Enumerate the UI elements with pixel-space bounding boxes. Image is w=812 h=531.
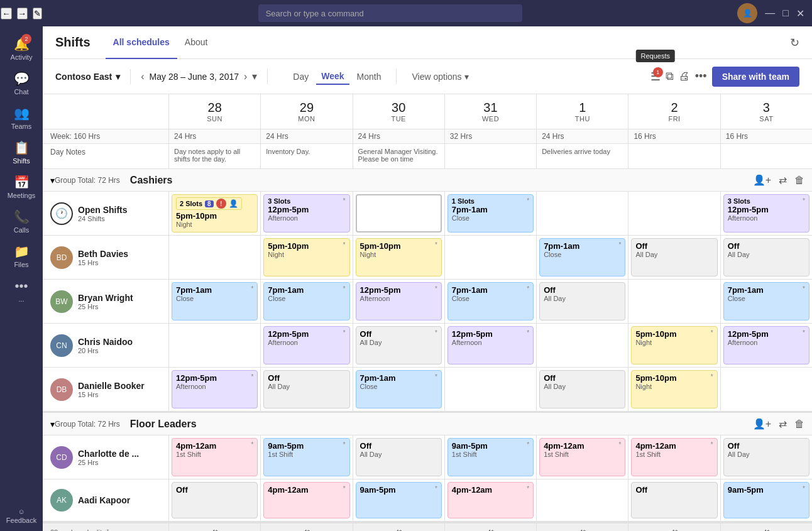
sidebar-item-meetings[interactable]: 📅 Meetings (0, 170, 43, 204)
cashiers-move-button[interactable]: ⇄ (779, 174, 787, 186)
aadi-shift-5[interactable]: Off (628, 479, 720, 521)
more-options-button[interactable]: ••• (695, 70, 707, 83)
day-notes-3 (444, 144, 536, 168)
nav-back-button[interactable]: ← (1, 8, 11, 19)
charlotte-shift-0[interactable]: * 4pm-12am 1st Shift (168, 435, 260, 479)
beth-shift-4[interactable]: * 7pm-1am Close (536, 236, 628, 279)
bryan-shift-1[interactable]: * 7pm-1am Close (260, 280, 352, 323)
print-button[interactable]: 🖨 (679, 70, 690, 83)
open-shift-cell-3[interactable]: * 1 Slots 7pm-1am Close (444, 192, 536, 235)
cashiers-collapse-button[interactable]: ▾ (50, 175, 55, 185)
danielle-shift-5[interactable]: * 5pm-10pm Night (628, 368, 720, 411)
close-button[interactable]: ✕ (796, 8, 804, 19)
aadi-shift-6[interactable]: * 9am-5pm (720, 479, 812, 521)
open-shift-time-6: 12pm-5pm (728, 205, 805, 214)
charlotte-shift-5[interactable]: * 4pm-12am 1st Shift (628, 435, 720, 479)
danielle-shift-3[interactable] (444, 368, 536, 411)
aadi-shift-4[interactable] (536, 479, 628, 521)
maximize-button[interactable]: □ (782, 8, 789, 19)
open-shift-cell-2[interactable] (353, 192, 444, 235)
danielle-shift-6[interactable] (720, 368, 812, 411)
share-button[interactable]: Share with team (712, 67, 799, 87)
view-options-button[interactable]: View options ▾ (407, 69, 473, 84)
aadi-shift-0[interactable]: Off (168, 479, 260, 521)
beth-shift-0[interactable] (168, 236, 260, 279)
charlotte-shift-3[interactable]: * 9am-5pm 1st Shift (444, 435, 536, 479)
bryan-block-6: * 7pm-1am Close (723, 282, 809, 320)
floor-leaders-delete-button[interactable]: 🗑 (794, 418, 804, 430)
search-input[interactable] (258, 4, 522, 22)
employee-name-bryan: Bryan Wright (78, 293, 133, 303)
aadi-shift-3[interactable]: * 4pm-12am (444, 479, 536, 521)
group-selector[interactable]: Contoso East ▾ (55, 72, 120, 82)
bryan-block-3: * 7pm-1am Close (447, 282, 534, 320)
charlotte-shift-2[interactable]: Off All Day (353, 435, 444, 479)
bottom-cell-1: 4* (260, 523, 352, 531)
bryan-shift-5[interactable] (628, 280, 720, 323)
bryan-shift-0[interactable]: * 7pm-1am Close (168, 280, 260, 323)
refresh-button[interactable]: ↻ (790, 36, 799, 50)
sidebar-item-calls[interactable]: 📞 Calls (0, 204, 43, 239)
calendar-container[interactable]: 28 SUN 29 MON 30 TUE 31 WED 1 THU (43, 94, 812, 531)
sidebar-item-teams[interactable]: 👥 Teams (0, 101, 43, 135)
aadi-shift-1[interactable]: * 4pm-12am (260, 479, 352, 521)
floor-leaders-move-button[interactable]: ⇄ (779, 418, 787, 430)
day-name-sat: SAT (723, 115, 809, 123)
open-shift-cell-6[interactable]: * 3 Slots 12pm-5pm Afternoon (720, 192, 812, 235)
bryan-shift-3[interactable]: * 7pm-1am Close (444, 280, 536, 323)
beth-shift-5[interactable]: Off All Day (628, 236, 720, 279)
danielle-shift-1[interactable]: Off All Day (260, 368, 352, 411)
sidebar-item-more[interactable]: ••• ... (0, 273, 43, 308)
danielle-shift-2[interactable]: * 7pm-1am Close (353, 368, 444, 411)
view-week-button[interactable]: Week (316, 68, 349, 85)
open-shift-cell-4[interactable] (536, 192, 628, 235)
aadi-shift-2[interactable]: * 9am-5pm (353, 479, 444, 521)
minimize-button[interactable]: — (765, 8, 775, 19)
sidebar-item-activity[interactable]: 🔔 2 Activity (0, 31, 43, 66)
nav-forward-button[interactable]: → (17, 8, 28, 19)
charlotte-shift-4[interactable]: * 4pm-12am 1st Shift (536, 435, 628, 479)
view-day-button[interactable]: Day (288, 69, 314, 84)
edit-icon[interactable]: ✎ (33, 8, 42, 19)
chris-shift-1[interactable]: * 12pm-5pm Afternoon (260, 324, 352, 367)
beth-shift-6[interactable]: Off All Day (720, 236, 812, 279)
chris-shift-4[interactable] (536, 324, 628, 367)
next-week-button[interactable]: › (244, 71, 247, 82)
danielle-shift-0[interactable]: * 12pm-5pm Afternoon (168, 368, 260, 411)
bryan-block-1: * 7pm-1am Close (263, 282, 349, 320)
cashiers-delete-button[interactable]: 🗑 (794, 174, 804, 186)
sidebar-item-files[interactable]: 📁 Files (0, 239, 43, 273)
chris-shift-6[interactable]: * 12pm-5pm Afternoon (720, 324, 812, 367)
prev-week-button[interactable]: ‹ (141, 71, 144, 82)
beth-shift-3[interactable] (444, 236, 536, 279)
sidebar-item-chat[interactable]: 💬 Chat (0, 66, 43, 101)
beth-shift-1[interactable]: * 5pm-10pm Night (260, 236, 352, 279)
bryan-shift-2[interactable]: * 12pm-5pm Afternoon (353, 280, 444, 323)
copy-button[interactable]: ⧉ (666, 70, 674, 83)
floor-leaders-collapse-button[interactable]: ▾ (50, 419, 55, 429)
chris-shift-2[interactable]: * Off All Day (353, 324, 444, 367)
chris-shift-3[interactable]: * 12pm-5pm Afternoon (444, 324, 536, 367)
bryan-shift-4[interactable]: Off All Day (536, 280, 628, 323)
chris-shift-5[interactable]: * 5pm-10pm Night (628, 324, 720, 367)
cashiers-add-member-button[interactable]: 👤+ (753, 174, 771, 186)
chris-block-6: * 12pm-5pm Afternoon (723, 326, 809, 364)
charlotte-shift-1[interactable]: * 9am-5pm 1st Shift (260, 435, 352, 479)
requests-button[interactable]: ☰ 1 (650, 70, 661, 84)
view-month-button[interactable]: Month (352, 69, 387, 84)
bryan-shift-6[interactable]: * 7pm-1am Close (720, 280, 812, 323)
feedback-bar[interactable]: ☺ Feedback (0, 501, 43, 531)
sidebar-item-shifts[interactable]: 📋 Shifts (0, 135, 43, 170)
open-shift-cell-0[interactable]: 2 Slots 8 ! 👤 5pm-10pm Night (168, 192, 260, 235)
date-picker-button[interactable]: ▾ (252, 70, 257, 82)
tab-about[interactable]: About (177, 26, 216, 59)
floor-leaders-add-member-button[interactable]: 👤+ (753, 418, 771, 430)
charlotte-shift-6[interactable]: Off All Day (720, 435, 812, 479)
chris-shift-0[interactable] (168, 324, 260, 367)
danielle-shift-4[interactable]: Off All Day (536, 368, 628, 411)
open-shift-cell-5[interactable] (628, 192, 720, 235)
employee-row-bryan: BW Bryan Wright 25 Hrs * 7pm-1am Close (43, 280, 812, 324)
beth-shift-2[interactable]: * 5pm-10pm Night (353, 236, 444, 279)
tab-all-schedules[interactable]: All schedules (106, 26, 177, 59)
open-shift-cell-1[interactable]: * 3 Slots 12pm-5pm Afternoon (260, 192, 352, 235)
